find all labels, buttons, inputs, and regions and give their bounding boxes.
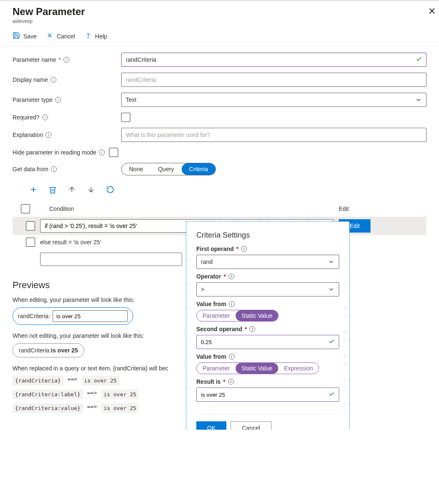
preview-label: randCriteria: — [18, 313, 50, 319]
param-name-label: Parameter name — [13, 56, 56, 63]
close-button[interactable]: ✕ — [428, 6, 436, 17]
add-button[interactable] — [29, 185, 38, 195]
help-button[interactable]: Help — [84, 32, 107, 41]
cancel-button[interactable]: Cancel — [46, 32, 75, 41]
explanation-input[interactable] — [121, 128, 426, 142]
result-input[interactable] — [196, 387, 339, 402]
value-from-segmented-2[interactable]: Parameter Static Value Expression — [196, 362, 319, 374]
save-button[interactable]: Save — [13, 32, 37, 41]
info-icon[interactable]: i — [228, 379, 234, 385]
info-icon[interactable]: i — [51, 166, 57, 172]
move-down-button[interactable] — [87, 185, 95, 195]
preview-value: is over 25 — [51, 347, 78, 354]
code-right: is over 25 — [101, 403, 139, 413]
valid-check-icon — [328, 338, 335, 346]
value-from-label: Value from — [196, 301, 226, 307]
chevron-down-icon — [328, 286, 335, 293]
panel-subtitle: aidevexp — [13, 18, 426, 24]
help-label: Help — [95, 33, 107, 40]
seg-none[interactable]: None — [122, 163, 150, 175]
info-icon[interactable]: i — [55, 97, 61, 103]
seg-static[interactable]: Static Value — [236, 310, 278, 321]
info-icon[interactable]: i — [229, 301, 235, 307]
required-asterisk: * — [58, 56, 61, 63]
refresh-button[interactable] — [106, 185, 114, 195]
select-all-checkbox[interactable] — [21, 204, 30, 213]
row-checkbox[interactable] — [26, 221, 35, 230]
operator-select[interactable]: > — [196, 282, 339, 296]
cancel-icon — [46, 32, 53, 41]
result-label: Result is — [196, 378, 221, 385]
code-op: ==> — [87, 403, 97, 413]
param-type-label: Parameter type — [13, 96, 53, 103]
operator-value: > — [201, 286, 204, 293]
info-icon[interactable]: i — [42, 114, 48, 120]
seg-parameter[interactable]: Parameter — [197, 310, 236, 321]
first-operand-label: First operand — [196, 246, 233, 252]
get-data-segmented[interactable]: None Query Criteria — [121, 163, 216, 175]
code-left: {randCriteria:value} — [13, 403, 83, 413]
operator-label: Operator — [196, 273, 221, 280]
display-name-label: Display name — [13, 76, 48, 83]
code-right: is over 25 — [101, 390, 139, 399]
cancel-button[interactable]: Cancel — [231, 421, 272, 430]
svg-point-2 — [88, 37, 88, 38]
info-icon[interactable]: i — [228, 274, 234, 279]
condition-text: else result = 'is over 25' — [40, 239, 101, 246]
second-operand-input[interactable] — [196, 335, 339, 349]
code-op: ==> — [68, 376, 77, 385]
delete-button[interactable] — [48, 185, 57, 195]
chevron-down-icon — [328, 258, 335, 265]
info-icon[interactable]: i — [249, 326, 255, 332]
param-type-select[interactable]: Text — [121, 93, 426, 107]
preview-input[interactable] — [53, 310, 128, 322]
code-right: is over 25 — [81, 376, 119, 385]
save-label: Save — [23, 33, 37, 40]
seg-static[interactable]: Static Value — [236, 363, 278, 374]
popup-title: Criteria Settings — [196, 231, 339, 240]
valid-check-icon — [328, 391, 335, 399]
info-icon[interactable]: i — [46, 132, 51, 138]
info-icon[interactable]: i — [229, 354, 235, 360]
seg-query[interactable]: Query — [150, 163, 181, 175]
cancel-label: Cancel — [57, 33, 75, 40]
hide-label: Hide parameter in reading mode — [13, 149, 96, 156]
code-op: ==> — [87, 390, 97, 399]
valid-check-icon — [416, 56, 422, 64]
code-left: {randCriteria} — [13, 376, 63, 385]
preview-readonly-pill: randCriteria: is over 25 — [13, 343, 84, 357]
param-name-input[interactable] — [121, 53, 426, 67]
column-condition: Condition — [49, 205, 339, 212]
seg-expression[interactable]: Expression — [278, 363, 319, 374]
column-edit: Edit — [339, 205, 426, 212]
criteria-settings-popup: Criteria Settings First operand * i rand… — [186, 221, 350, 430]
hide-checkbox[interactable] — [109, 148, 118, 157]
value-from-label: Value from — [196, 353, 226, 360]
help-icon — [84, 32, 92, 41]
chevron-down-icon — [415, 96, 422, 103]
first-operand-select[interactable]: rand — [196, 255, 339, 269]
first-operand-value: rand — [201, 258, 213, 265]
info-icon[interactable]: i — [51, 77, 56, 83]
panel-title: New Parameter — [13, 6, 426, 18]
row-checkbox[interactable] — [26, 238, 35, 247]
value-from-segmented-1[interactable]: Parameter Static Value — [196, 310, 279, 322]
condition-input-empty[interactable] — [40, 253, 182, 266]
seg-parameter[interactable]: Parameter — [197, 363, 236, 374]
ok-button[interactable]: OK — [196, 421, 226, 430]
required-label: Required? — [13, 114, 40, 121]
explanation-label: Explanation — [13, 132, 43, 138]
preview-editing-pill: randCriteria: — [13, 307, 133, 325]
second-operand-label: Second operand — [196, 326, 242, 332]
required-checkbox[interactable] — [121, 113, 130, 122]
info-icon[interactable]: i — [241, 246, 247, 252]
seg-criteria[interactable]: Criteria — [182, 163, 216, 175]
code-left: {randCriteria:label} — [13, 390, 83, 399]
save-icon — [13, 32, 20, 41]
preview-label: randCriteria: — [19, 347, 51, 354]
display-name-input[interactable] — [121, 73, 426, 87]
get-data-label: Get data from — [13, 166, 48, 172]
info-icon[interactable]: i — [63, 57, 69, 63]
move-up-button[interactable] — [68, 185, 76, 195]
info-icon[interactable]: i — [99, 149, 105, 155]
